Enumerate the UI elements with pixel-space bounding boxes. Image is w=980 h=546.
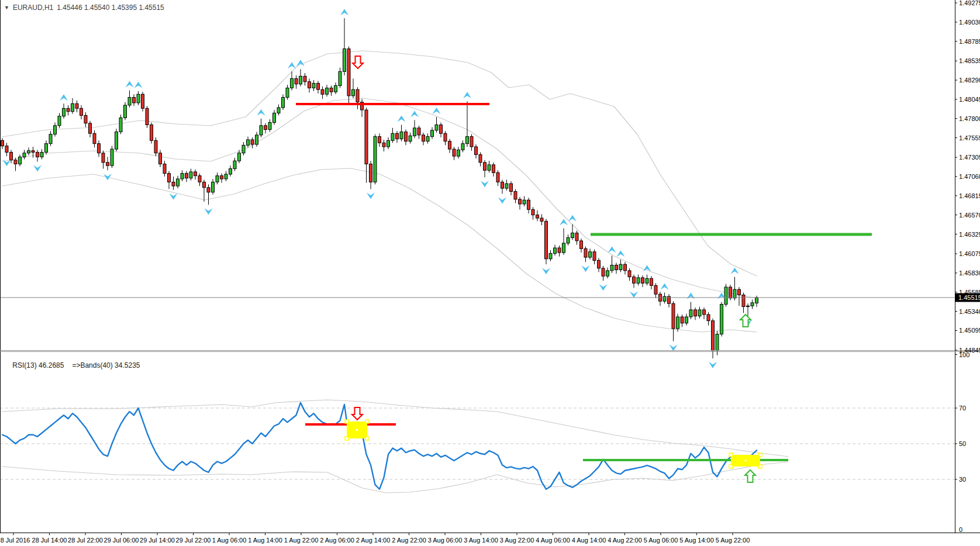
candle-bear [470, 137, 473, 147]
candle-bear [602, 268, 605, 276]
highlight-rect-rsi-2[interactable] [729, 453, 762, 468]
candle-bear [32, 151, 34, 153]
candle-bull [71, 103, 74, 111]
candle-bear [75, 103, 78, 108]
candle-bull [716, 334, 719, 351]
candle-bear [536, 215, 539, 218]
candle-bull [49, 134, 52, 144]
candle-bull [312, 83, 315, 88]
candle-bull [286, 88, 289, 97]
candle-bear [264, 126, 267, 130]
candle-bull [273, 113, 276, 122]
svg-text:1.47800: 1.47800 [959, 115, 980, 122]
candle-bull [563, 243, 565, 253]
candle-bear [527, 200, 530, 209]
candle-bull [212, 182, 215, 192]
candle-bull [189, 172, 192, 178]
candle-bull [685, 317, 688, 323]
candle-bull [567, 238, 570, 243]
candle-bear [370, 164, 372, 182]
svg-text:3 Aug 14:00: 3 Aug 14:00 [464, 537, 498, 544]
candle-bear [593, 252, 596, 261]
candle-bull [242, 145, 245, 153]
candle-bear [146, 108, 149, 125]
svg-text:1 Aug 06:00: 1 Aug 06:00 [212, 537, 247, 544]
candle-bear [672, 303, 675, 329]
chart-dropdown-icon[interactable]: ▼ [4, 5, 9, 11]
candle-bull [646, 278, 648, 283]
candle-bear [168, 174, 171, 182]
candle-bull [457, 150, 460, 156]
candle-bear [396, 133, 399, 139]
candle-bear [98, 144, 101, 153]
candle-bull [751, 303, 754, 306]
candle-bear [540, 218, 543, 221]
candle-bull [689, 310, 692, 317]
svg-text:1.46325: 1.46325 [959, 231, 980, 238]
candle-bear [163, 164, 166, 174]
candle-bull [115, 132, 118, 149]
candle-bear [422, 135, 425, 141]
candle-bull [54, 126, 57, 134]
candle-bull [413, 128, 416, 136]
svg-text:1.46075: 1.46075 [959, 250, 980, 257]
svg-text:1.48785: 1.48785 [959, 38, 980, 45]
candle-bull [260, 126, 263, 135]
ohlc-quotes-label: 1.45446 1.45540 1.45395 1.45515 [57, 4, 164, 12]
svg-text:1.45340: 1.45340 [959, 308, 980, 315]
candle-bear [444, 133, 447, 141]
candle-bear [681, 317, 684, 323]
candle-bear [317, 83, 320, 89]
candle-bear [738, 289, 741, 295]
candle-bear [207, 188, 210, 192]
candle-bull [23, 153, 26, 157]
candle-bear [308, 82, 311, 88]
candle-bear [417, 128, 420, 135]
selection-handle [729, 465, 733, 468]
candle-bear [185, 174, 188, 178]
candle-bear [347, 49, 350, 95]
candle-bull [268, 122, 271, 129]
selection-handle [345, 437, 348, 440]
candle-bear [150, 125, 153, 141]
candle-bull [677, 317, 679, 329]
highlight-rect-rsi-1[interactable] [345, 420, 369, 440]
svg-text:4 Aug 14:00: 4 Aug 14:00 [572, 537, 606, 544]
candle-bull [637, 278, 640, 283]
candle-bear [580, 241, 583, 248]
candle-bull [247, 140, 250, 145]
candle-bear [479, 154, 482, 162]
candle-bear [650, 278, 653, 285]
svg-text:28 Jul 22:00: 28 Jul 22:00 [68, 537, 103, 544]
candle-bear [365, 110, 368, 164]
candle-bear [584, 248, 587, 257]
candle-bear [532, 209, 534, 215]
candle-bear [575, 233, 578, 241]
candle-bear [194, 172, 197, 176]
candle-bear [67, 108, 70, 111]
candle-bull [571, 233, 574, 238]
svg-text:4 Aug 06:00: 4 Aug 06:00 [536, 537, 570, 544]
candle-bear [558, 248, 561, 253]
candle-bull [111, 149, 113, 165]
candle-bear [220, 176, 223, 179]
candle-bull [431, 130, 434, 137]
candle-bear [36, 152, 39, 157]
candle-bull [233, 161, 236, 168]
candle-bull [177, 179, 180, 186]
candle-bull [128, 98, 131, 105]
svg-text:28 Jul 14:00: 28 Jul 14:00 [32, 537, 67, 544]
candle-bear [10, 152, 13, 160]
candle-bear [633, 277, 636, 284]
candle-bull [606, 271, 609, 276]
candle-bull [326, 88, 329, 94]
chart-canvas[interactable]: 1.455151.492751.490301.487851.485351.482… [0, 0, 980, 546]
candle-bear [1, 140, 4, 146]
selection-center-dot [744, 459, 747, 462]
candle-bear [80, 108, 83, 115]
candle-bear [84, 115, 87, 123]
candle-bull [19, 157, 22, 164]
indicator-label: RSI(13) 46.2685=>Bands(40) 34.5235 [5, 353, 149, 378]
selection-handle [758, 453, 762, 457]
svg-text:3 Aug 06:00: 3 Aug 06:00 [428, 537, 463, 544]
